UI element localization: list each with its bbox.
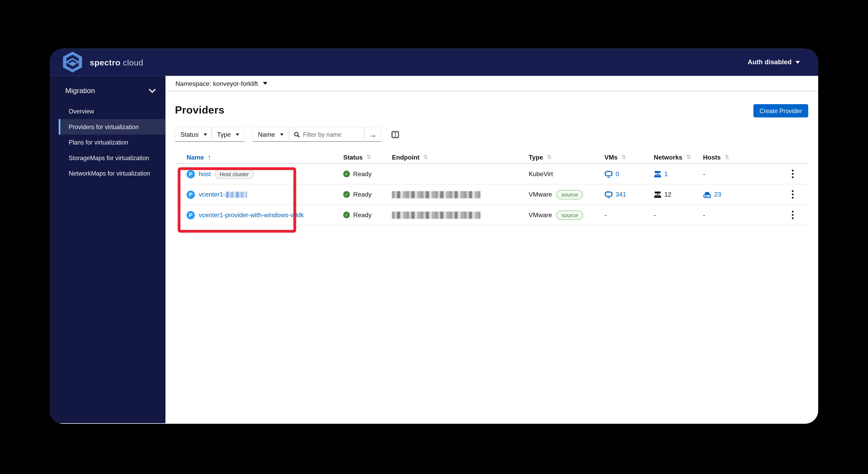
provider-icon: P: [187, 170, 195, 178]
source-badge: source: [557, 190, 583, 199]
type-text: KubeVirt: [529, 171, 553, 177]
chevron-down-icon: [263, 82, 267, 85]
row-actions-kebab[interactable]: [777, 190, 808, 199]
column-header-endpoint[interactable]: Endpoint ⇅: [392, 154, 529, 160]
chevron-down-icon: [795, 61, 800, 63]
sidebar-item-overview[interactable]: Overview: [59, 103, 165, 119]
table-header-row: Name ↑ Status ⇅ Endpoint ⇅: [175, 151, 808, 164]
row-actions-kebab[interactable]: [777, 211, 808, 219]
main-content: Namespace: konveyor-forklift Providers C…: [165, 76, 818, 423]
status-type-filter-group: Status Type: [175, 127, 245, 142]
status-filter-dropdown[interactable]: Status: [175, 127, 212, 142]
filter-attribute-dropdown[interactable]: Name: [252, 127, 289, 142]
sidebar-item-networkmaps-for-virtualization[interactable]: NetworkMaps for virtualization: [59, 166, 165, 181]
columns-icon: [391, 130, 400, 139]
filter-toolbar: Status Type Name: [175, 127, 808, 142]
apply-filter-button[interactable]: →: [364, 127, 381, 142]
redacted-endpoint: [392, 191, 480, 198]
provider-icon: P: [187, 211, 195, 219]
status-text: Ready: [353, 212, 371, 218]
sort-icon: ⇅: [367, 154, 371, 160]
sidebar-group-migration[interactable]: Migration: [50, 83, 165, 98]
manage-columns-button[interactable]: [391, 130, 400, 139]
search-icon: [294, 131, 300, 138]
filter-attribute-label: Name: [258, 131, 275, 138]
hosts-cell: -: [703, 212, 758, 218]
provider-icon: P: [187, 190, 195, 199]
vms-count-link[interactable]: 0: [616, 171, 619, 177]
kebab-menu-icon: [792, 211, 794, 219]
networks-count-link[interactable]: 1: [664, 171, 668, 177]
status-text: Ready: [353, 191, 371, 198]
sort-icon: ⇅: [547, 154, 552, 160]
table-row-vcenter1-provider-with-windows-vddk: P vcenter1-provider-with-windows-vddk ✓ …: [175, 205, 808, 226]
ready-check-icon: ✓: [343, 212, 350, 218]
host-icon: [703, 191, 711, 198]
namespace-selector[interactable]: Namespace: konveyor-forklift: [165, 76, 818, 91]
auth-label: Auth disabled: [748, 58, 792, 66]
sort-icon: ⇅: [622, 154, 626, 160]
stage: spectro cloud Auth disabled Migration: [0, 0, 868, 474]
brand-text: spectro cloud: [90, 57, 143, 67]
column-header-vms[interactable]: VMs ⇅: [604, 154, 654, 160]
provider-link-vcenter1[interactable]: vcenter1-: [199, 191, 247, 198]
type-filter-label: Type: [217, 131, 231, 138]
chevron-down-icon: [204, 133, 207, 136]
column-header-hosts[interactable]: Hosts ⇅: [703, 154, 758, 160]
table-row-host: P host Host cluster ✓ Ready: [175, 164, 808, 184]
type-text: VMware: [529, 212, 552, 218]
status-text: Ready: [353, 171, 371, 177]
row-actions-kebab[interactable]: [777, 170, 808, 178]
filter-by-name-input[interactable]: [303, 131, 359, 138]
provider-link-host[interactable]: host: [199, 171, 211, 177]
sort-icon: ⇅: [686, 154, 691, 160]
source-badge: source: [557, 210, 583, 219]
ready-check-icon: ✓: [343, 191, 350, 198]
redacted-endpoint: [392, 211, 480, 218]
column-header-type[interactable]: Type ⇅: [529, 154, 604, 160]
filter-search-box: [289, 127, 364, 142]
page-title: Providers: [175, 104, 224, 116]
type-filter-dropdown[interactable]: Type: [212, 127, 245, 142]
sidebar-item-plans-for-virtualization[interactable]: Plans for virtualization: [59, 135, 165, 150]
host-cluster-badge: Host cluster: [215, 169, 254, 179]
table-row-vcenter1: P vcenter1- ✓ Ready: [175, 184, 808, 205]
sidebar-item-storagemaps-for-virtualization[interactable]: StorageMaps for virtualization: [59, 150, 165, 166]
hosts-cell: -: [703, 171, 758, 177]
chevron-down-icon: [280, 133, 283, 136]
networks-cell: -: [654, 212, 703, 218]
namespace-label: Namespace: konveyor-forklift: [176, 80, 258, 87]
sidebar-item-providers-for-virtualization[interactable]: Providers for virtualization: [59, 119, 165, 135]
providers-table: Name ↑ Status ⇅ Endpoint ⇅: [175, 151, 808, 226]
hosts-count-link[interactable]: 23: [714, 191, 721, 198]
vms-count-link[interactable]: 341: [616, 191, 626, 198]
endpoint-cell: [392, 191, 529, 198]
kebab-menu-icon: [792, 170, 794, 178]
vm-icon: [604, 170, 613, 178]
network-icon: [654, 191, 661, 198]
ready-check-icon: ✓: [343, 171, 350, 177]
auth-menu[interactable]: Auth disabled: [748, 58, 800, 66]
create-provider-button[interactable]: Create Provider: [753, 104, 808, 117]
network-icon: [654, 170, 661, 178]
column-header-name[interactable]: Name ↑: [175, 153, 343, 161]
vm-icon: [604, 191, 613, 198]
column-header-status[interactable]: Status ⇅: [343, 154, 392, 160]
redacted-name-suffix: [226, 191, 247, 197]
name-search-group: Name →: [252, 127, 381, 142]
networks-count: 12: [664, 191, 671, 198]
provider-link-vcenter1-provider-with-windows-vddk[interactable]: vcenter1-provider-with-windows-vddk: [199, 212, 304, 218]
sidebar-group-label: Migration: [65, 86, 95, 95]
column-header-networks[interactable]: Networks ⇅: [654, 154, 703, 160]
sort-ascending-icon: ↑: [208, 153, 211, 161]
brand-bold: spectro: [90, 57, 120, 67]
brand-light: cloud: [123, 57, 143, 67]
app-window: spectro cloud Auth disabled Migration: [50, 49, 818, 424]
type-text: VMware: [529, 191, 552, 198]
spectro-cloud-logo-icon: [61, 51, 84, 73]
sidebar-nav-list: Overview Providers for virtualization Pl…: [59, 103, 165, 181]
kebab-menu-icon: [792, 190, 794, 199]
chevron-down-icon: [149, 88, 155, 93]
sidebar: Migration Overview Providers for virtual…: [50, 76, 165, 423]
top-navbar: spectro cloud Auth disabled: [50, 49, 818, 76]
